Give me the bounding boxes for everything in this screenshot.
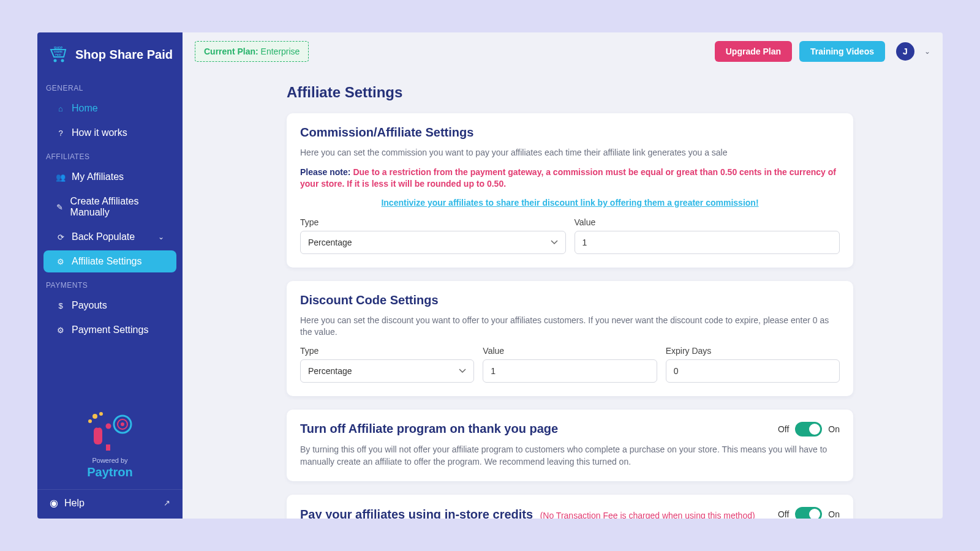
external-link-icon: ↗	[164, 498, 170, 508]
illustration	[37, 403, 183, 457]
svg-point-8	[92, 414, 97, 419]
nav-label: Create Affiliates Manually	[70, 196, 164, 218]
on-label: On	[828, 424, 840, 434]
section-affiliates: AFFILIATES	[37, 145, 183, 165]
nav-affiliate-settings[interactable]: ⚙ Affiliate Settings	[43, 250, 176, 272]
store-credit-toggle[interactable]	[795, 507, 822, 519]
svg-rect-13	[105, 429, 112, 444]
nav-label: How it works	[72, 127, 127, 138]
nav-help[interactable]: ◉ Help ↗	[37, 489, 183, 519]
nav-home[interactable]: ⌂ Home	[43, 97, 176, 119]
svg-point-7	[121, 422, 124, 426]
avatar[interactable]: J	[896, 42, 914, 61]
card-desc: Here you can set the commission you want…	[300, 147, 840, 159]
discount-value-input[interactable]	[483, 359, 657, 383]
expiry-label: Expiry Days	[666, 346, 840, 356]
please-note: Please note: Due to a restriction from t…	[300, 167, 840, 190]
nav-label: Affiliate Settings	[72, 256, 141, 267]
training-videos-button[interactable]: Training Videos	[799, 41, 885, 62]
thank-you-toggle-card: Turn off Affiliate program on thank you …	[287, 410, 853, 481]
dollar-icon: $	[56, 301, 66, 310]
title-text: Pay your affiliates using in-store credi…	[300, 508, 533, 519]
nav-label: Payment Settings	[72, 324, 148, 335]
topbar: Current Plan: Enterprise Upgrade Plan Tr…	[183, 32, 943, 70]
question-icon: ?	[56, 129, 66, 138]
nav-label: My Affiliates	[72, 171, 124, 182]
off-label: Off	[778, 424, 789, 434]
value-label: Value	[483, 346, 657, 356]
nav-label: Payouts	[72, 300, 107, 311]
card-desc: By turning this off you will not offer y…	[300, 444, 840, 468]
nav-payment-settings[interactable]: ⚙ Payment Settings	[43, 319, 176, 341]
card-title: Commission/Affiliate Settings	[300, 126, 840, 140]
svg-point-9	[99, 412, 103, 416]
svg-text:PAID: PAID	[55, 53, 61, 56]
svg-rect-11	[94, 427, 102, 444]
plan-value: Enterprise	[261, 47, 300, 56]
value-label: Value	[575, 217, 840, 227]
logo-text: Shop Share Paid	[75, 48, 173, 62]
nav-how-it-works[interactable]: ? How it works	[43, 122, 176, 144]
commission-settings-card: Commission/Affiliate Settings Here you c…	[287, 113, 853, 268]
discount-type-select[interactable]: Percentage	[300, 359, 474, 383]
plan-label: Current Plan	[204, 47, 255, 56]
gears-icon: ⚙	[56, 257, 66, 266]
sidebar: SHOP SHARE PAID Shop Share Paid GENERAL …	[37, 32, 183, 519]
pn-body: Due to a restriction from the payment ga…	[300, 167, 836, 189]
commission-value-input[interactable]	[575, 231, 840, 254]
section-payments: PAYMENTS	[37, 274, 183, 293]
users-icon: 👥	[56, 173, 66, 182]
svg-rect-15	[95, 444, 100, 451]
nav-my-affiliates[interactable]: 👥 My Affiliates	[43, 166, 176, 188]
nav-label: Home	[72, 103, 98, 114]
edit-icon: ✎	[56, 203, 64, 212]
section-general: GENERAL	[37, 77, 183, 96]
on-label: On	[828, 509, 840, 519]
sync-icon: ⟳	[56, 233, 66, 242]
home-icon: ⌂	[56, 104, 66, 113]
svg-point-1	[61, 59, 64, 62]
chevron-down-icon[interactable]: ⌄	[924, 47, 930, 56]
type-label: Type	[300, 346, 474, 356]
title-note: (No Transaction Fee is charged when usin…	[540, 511, 755, 519]
nav-label: Help	[64, 498, 85, 509]
incentivize-link[interactable]: Incentivize your affiliates to share the…	[300, 198, 840, 208]
pn-label: Please note:	[300, 167, 350, 177]
svg-point-12	[95, 422, 101, 428]
thank-you-toggle[interactable]	[795, 422, 822, 437]
nav-label: Back Populate	[72, 231, 135, 242]
commission-type-select[interactable]: Percentage	[300, 231, 566, 254]
card-desc: Here you can set the discount you want t…	[300, 315, 840, 339]
nav-back-populate[interactable]: ⟳ Back Populate ⌄	[43, 226, 176, 248]
paytron-brand: Paytron	[37, 465, 183, 489]
card-title: Discount Code Settings	[300, 293, 840, 307]
svg-text:SHOP: SHOP	[54, 46, 63, 50]
nav-payouts[interactable]: $ Payouts	[43, 294, 176, 317]
svg-rect-16	[106, 444, 110, 451]
type-label: Type	[300, 217, 566, 227]
content: Affiliate Settings Commission/Affiliate …	[183, 70, 943, 519]
discount-expiry-input[interactable]	[666, 359, 840, 383]
chevron-down-icon: ⌄	[158, 233, 164, 241]
off-label: Off	[778, 509, 789, 519]
payment-method-card: Pay your affiliates using in-store credi…	[287, 495, 853, 519]
logo-icon: SHOP SHARE PAID	[47, 43, 69, 66]
svg-point-10	[88, 419, 92, 423]
svg-point-14	[105, 424, 111, 429]
help-icon: ◉	[50, 497, 58, 509]
logo[interactable]: SHOP SHARE PAID Shop Share Paid	[37, 32, 183, 77]
current-plan-badge: Current Plan: Enterprise	[195, 41, 309, 62]
nav-create-affiliates[interactable]: ✎ Create Affiliates Manually	[43, 190, 176, 223]
discount-code-card: Discount Code Settings Here you can set …	[287, 281, 853, 396]
upgrade-plan-button[interactable]: Upgrade Plan	[715, 41, 792, 62]
svg-point-0	[54, 59, 57, 62]
powered-by: Powered by	[37, 457, 183, 465]
page-title: Affiliate Settings	[287, 84, 853, 101]
card-title: Pay your affiliates using in-store credi…	[300, 508, 772, 519]
card-title: Turn off Affiliate program on thank you …	[300, 422, 772, 436]
gear-icon: ⚙	[56, 326, 66, 335]
